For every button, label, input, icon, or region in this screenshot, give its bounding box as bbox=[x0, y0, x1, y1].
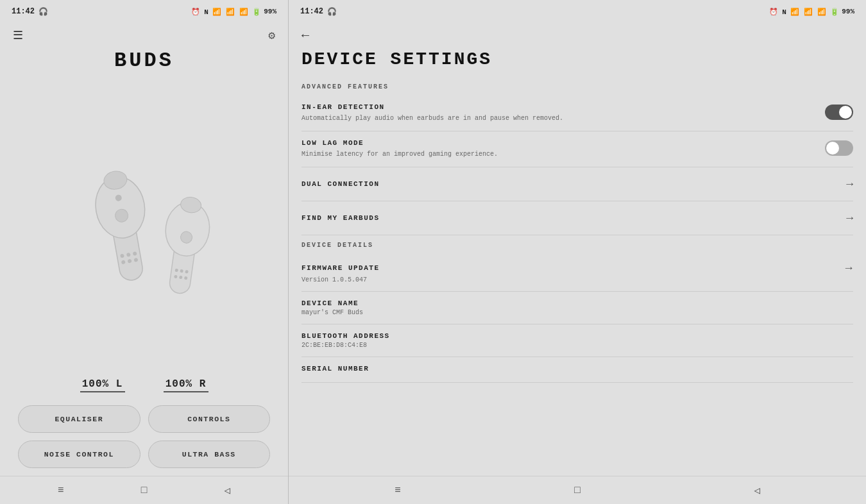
right-header: ← bbox=[289, 23, 866, 46]
nav-menu-left[interactable]: ≡ bbox=[58, 485, 64, 496]
noise-control-button[interactable]: NOISE CONTROL bbox=[18, 441, 140, 468]
time-left: 11:42 bbox=[12, 7, 35, 16]
find-earbuds-row[interactable]: FIND MY EARBUDS → bbox=[301, 201, 853, 235]
firmware-arrow[interactable]: → bbox=[845, 262, 853, 274]
in-ear-toggle-knob bbox=[839, 106, 852, 119]
headphone-icon-right: 🎧 bbox=[327, 7, 337, 17]
time-right: 11:42 bbox=[300, 7, 323, 16]
in-ear-title: IN-EAR DETECTION bbox=[301, 103, 817, 111]
in-ear-detection-row: IN-EAR DETECTION Automatically play audi… bbox=[301, 96, 853, 131]
gear-icon[interactable]: ⚙ bbox=[268, 28, 275, 42]
headphone-icon-left: 🎧 bbox=[38, 7, 48, 17]
nav-bar-left: ≡ □ ◁ bbox=[0, 476, 288, 504]
nav-home-right[interactable]: □ bbox=[574, 485, 581, 496]
in-ear-toggle[interactable] bbox=[825, 105, 853, 120]
page-title: DEVICE SETTINGS bbox=[289, 46, 866, 77]
section-details-label: DEVICE DETAILS bbox=[301, 235, 853, 254]
low-lag-row: LOW LAG MODE Minimise latency for an imp… bbox=[301, 131, 853, 167]
earbuds-image bbox=[0, 74, 288, 376]
in-ear-desc: Automatically play audio when earbuds ar… bbox=[301, 113, 817, 123]
device-name-row: DEVICE NAME mayur's CMF Buds bbox=[301, 292, 853, 324]
low-lag-desc: Minimise latency for an improved gaming … bbox=[301, 149, 817, 159]
nav-back-right[interactable]: ◁ bbox=[754, 484, 760, 497]
section-advanced-label: ADVANCED FEATURES bbox=[301, 77, 853, 96]
nav-back-left[interactable]: ◁ bbox=[224, 484, 230, 497]
dual-connection-arrow: → bbox=[846, 178, 853, 190]
device-name-value: mayur's CMF Buds bbox=[301, 309, 853, 316]
low-lag-toggle-knob bbox=[826, 142, 839, 155]
status-bar-left: 11:42 🎧 ⏰ N 📶 📶 📶 🔋 99% bbox=[0, 0, 288, 23]
find-earbuds-title: FIND MY EARBUDS bbox=[301, 214, 380, 222]
left-phone: 11:42 🎧 ⏰ N 📶 📶 📶 🔋 99% ☰ ⚙ BUDS bbox=[0, 0, 289, 504]
menu-icon[interactable]: ☰ bbox=[13, 28, 23, 42]
firmware-title: FIRMWARE UPDATE bbox=[301, 264, 380, 272]
low-lag-title: LOW LAG MODE bbox=[301, 139, 817, 147]
dual-connection-title: DUAL CONNECTION bbox=[301, 180, 380, 188]
serial-row: SERIAL NUMBER bbox=[301, 357, 853, 383]
controls-button[interactable]: CONTROLS bbox=[148, 405, 271, 433]
low-lag-toggle[interactable] bbox=[825, 140, 853, 156]
settings-scroll[interactable]: ADVANCED FEATURES IN-EAR DETECTION Autom… bbox=[289, 77, 866, 476]
buttons-grid: EQUALISER CONTROLS NOISE CONTROL ULTRA B… bbox=[0, 400, 288, 476]
status-icons-left: ⏰ N 📶 📶 📶 🔋 99% bbox=[191, 8, 276, 16]
serial-title: SERIAL NUMBER bbox=[301, 365, 369, 373]
bluetooth-value: 2C:BE:EB:D8:C4:E8 bbox=[301, 342, 853, 349]
bluetooth-row: BLUETOOTH ADDRESS 2C:BE:EB:D8:C4:E8 bbox=[301, 324, 853, 357]
battery-row: 100% L 100% R bbox=[0, 376, 288, 400]
battery-right-line bbox=[164, 391, 208, 392]
battery-left: 100% L bbox=[80, 378, 125, 392]
firmware-row: FIRMWARE UPDATE → Version 1.0.5.047 bbox=[301, 254, 853, 292]
firmware-value: Version 1.0.5.047 bbox=[301, 276, 853, 283]
nav-menu-right[interactable]: ≡ bbox=[395, 485, 401, 496]
dual-connection-row[interactable]: DUAL CONNECTION → bbox=[301, 167, 853, 201]
nav-bar-right: ≡ □ ◁ bbox=[289, 476, 866, 504]
status-bar-right: 11:42 🎧 ⏰ N 📶 📶 📶 🔋 99% bbox=[289, 0, 866, 23]
app-title: BUDS bbox=[0, 45, 288, 74]
ultra-bass-button[interactable]: ULTRA BASS bbox=[148, 441, 271, 468]
equaliser-button[interactable]: EQUALISER bbox=[18, 405, 140, 433]
left-header: ☰ ⚙ bbox=[0, 23, 288, 45]
status-icons-right: ⏰ N 📶 📶 📶 🔋 99% bbox=[769, 8, 854, 16]
back-button[interactable]: ← bbox=[301, 28, 309, 43]
battery-left-line bbox=[80, 391, 125, 392]
device-name-title: DEVICE NAME bbox=[301, 299, 359, 307]
bluetooth-title: BLUETOOTH ADDRESS bbox=[301, 332, 390, 340]
find-earbuds-arrow: → bbox=[846, 212, 853, 224]
battery-right: 100% R bbox=[164, 378, 208, 392]
right-phone: 11:42 🎧 ⏰ N 📶 📶 📶 🔋 99% ← DEVICE SETTING… bbox=[289, 0, 866, 504]
nav-home-left[interactable]: □ bbox=[141, 485, 148, 496]
